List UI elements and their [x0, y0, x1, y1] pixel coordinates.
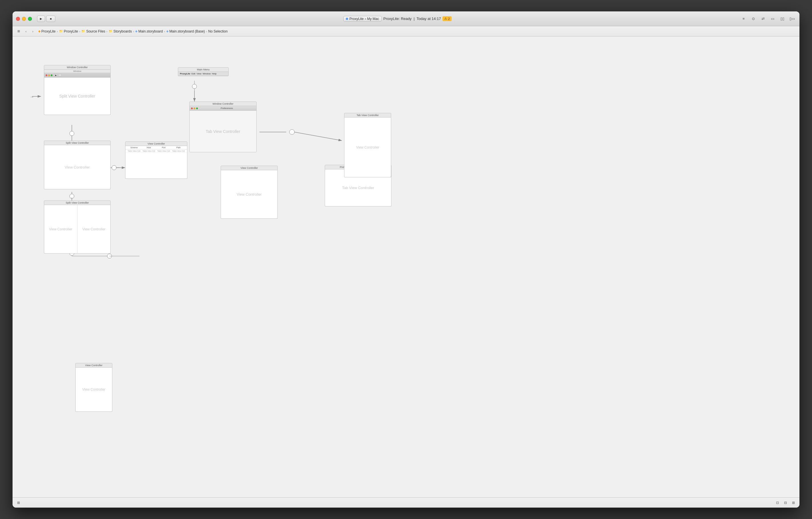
storyboard-file-icon: ◈: [135, 29, 138, 33]
back-forward-icon[interactable]: ⇄: [759, 16, 767, 22]
breadcrumb: ◆ ProxyLite › 📁 ProxyLite › 📁 Source Fil…: [38, 29, 228, 33]
no-selection-label: No Selection: [208, 29, 228, 33]
tvc-outer-label: Tab View Controller: [344, 113, 391, 117]
back-button[interactable]: ‹: [23, 28, 29, 34]
sidebar-toggle-button[interactable]: ⊞: [16, 499, 22, 506]
view-controller-bottom[interactable]: View Controller View Controller: [75, 363, 112, 412]
mm-item-help: Help: [212, 73, 216, 75]
grid-toggle-button[interactable]: ⊞: [16, 28, 22, 34]
col-path: Path: [171, 147, 186, 149]
tvc-row-1: Table View Cell Table View Cell Table Vi…: [125, 149, 187, 153]
editor-layout-icon[interactable]: ▭: [768, 16, 777, 22]
breadcrumb-base-label: Main.storyboard (Base): [169, 29, 205, 33]
list-view-icon[interactable]: ≡: [740, 16, 748, 22]
wc1-label: Window Controller: [44, 65, 111, 69]
bottom-toolbar: ⊞ ⊡ ⊟ ⊞: [12, 497, 800, 508]
mm-label: Main Menu: [178, 67, 229, 72]
main-menu[interactable]: Main Menu ProxyLite Edit View Window Hel…: [178, 67, 229, 76]
breadcrumb-bar: ⊞ ‹ › ◆ ProxyLite › 📁 ProxyLite › 📁 Sour…: [12, 26, 800, 36]
window-controller-1[interactable]: Window Controller Window ▶ Split View Co…: [44, 65, 111, 115]
pwc-tl-red: [191, 108, 193, 109]
zoom-fit-button[interactable]: ⊡: [774, 499, 781, 506]
warning-icon: ⚠: [444, 17, 447, 21]
breadcrumb-item-no-selection: No Selection: [208, 29, 228, 33]
wc1-stop-btn: [58, 74, 62, 77]
titlebar-right: ≡ ⊙ ⇄ ▭ ▯▯ ▯▭: [740, 16, 796, 22]
storyboard-canvas[interactable]: → Window Controller Window ▶ Split View …: [12, 36, 800, 497]
source-folder-icon: 📁: [81, 29, 85, 33]
mm-item-proxylite: ProxyLite: [180, 73, 190, 75]
cell-host: Table View Cell: [141, 150, 156, 152]
wc1-play-btn: ▶: [54, 74, 58, 77]
arrows-svg: [12, 36, 800, 497]
traffic-lights: [16, 17, 32, 21]
base-file-icon: ◈: [166, 29, 169, 33]
tab-view-controller[interactable]: Tab View Controller View Controller: [344, 113, 391, 177]
play-button[interactable]: ▶: [37, 16, 45, 22]
minimize-button[interactable]: [22, 17, 26, 21]
vcb-body: View Controller: [75, 368, 112, 412]
zoom-percent-button[interactable]: ⊟: [782, 499, 789, 506]
view-controller-center[interactable]: View Controller View Controller: [221, 166, 278, 219]
pwc-label: Window Controller: [189, 102, 257, 106]
breadcrumb-navigation: ‹ ›: [23, 28, 36, 34]
svg-rect-8: [112, 165, 116, 170]
fullscreen-button[interactable]: [28, 17, 32, 21]
cell-path: Table View Cell: [171, 150, 186, 152]
device-name: My Mac: [367, 17, 379, 21]
titlebar: ▶ ■ ProxyLite › My Mac ProxyLite: Ready …: [12, 11, 800, 26]
wc1-body: Split View Controller: [44, 78, 110, 115]
close-button[interactable]: [16, 17, 20, 21]
scheme-selector[interactable]: ProxyLite › My Mac: [343, 16, 381, 22]
wc1-tl-yellow: [48, 75, 50, 76]
svc2-body: View Controller View Controller: [44, 205, 111, 254]
svg-point-20: [107, 254, 112, 258]
breadcrumb-item-source[interactable]: 📁 Source Files: [81, 29, 105, 33]
status-label: ProxyLite: Ready | Today at 14:17: [383, 17, 441, 21]
pwc-body: Tab View Controller: [190, 111, 256, 152]
split-view-controller-2[interactable]: Split View Controller View Controller Vi…: [44, 200, 111, 254]
pwc-tl-yellow: [194, 108, 195, 109]
status-text: Ready: [401, 17, 412, 21]
related-files-icon[interactable]: ⊙: [749, 16, 757, 22]
svg-point-5: [69, 194, 74, 199]
svg-point-2: [69, 131, 74, 136]
breadcrumb-item-proxylite[interactable]: 📁 ProxyLite: [59, 29, 78, 33]
cell-scheme: Table View Cell: [126, 150, 141, 152]
zoom-custom-button[interactable]: ⊞: [790, 499, 796, 506]
preferences-window-controller[interactable]: Window Controller Preferences Tab View C…: [189, 102, 257, 152]
svg-line-15: [294, 132, 342, 141]
stop-button[interactable]: ■: [46, 16, 55, 22]
wc1-window-label: Window: [44, 69, 110, 73]
breadcrumb-source-label: Source Files: [86, 29, 105, 33]
chevron-icon: ›: [365, 17, 366, 21]
svc1-body: View Controller: [44, 145, 111, 189]
breadcrumb-item-storyboards[interactable]: 📁 Storyboards: [109, 29, 132, 33]
breadcrumb-item-project[interactable]: ◆ ProxyLite: [38, 29, 56, 33]
split-view-controller-1[interactable]: Split View Controller View Controller: [44, 141, 111, 189]
wc1-content-label: Split View Controller: [59, 94, 95, 98]
breadcrumb-proxylite-label: ProxyLite: [64, 29, 78, 33]
vcc-body: View Controller: [221, 170, 278, 219]
warning-badge[interactable]: ⚠ 2: [442, 16, 451, 21]
titlebar-title: ProxyLite › My Mac ProxyLite: Ready | To…: [58, 16, 737, 22]
vcc-label: View Controller: [221, 166, 278, 170]
pwc-tl-green: [196, 108, 198, 109]
assistant-icon[interactable]: ▯▭: [788, 16, 796, 22]
mm-menubar: ProxyLite Edit View Window Help: [178, 72, 228, 76]
folder-icon: 📁: [59, 29, 63, 33]
breadcrumb-item-base[interactable]: ◈ Main.storyboard (Base): [166, 29, 205, 33]
table-view-controller[interactable]: View Controller Scheme Host Port Path Ta…: [125, 141, 187, 179]
breadcrumb-item-main-storyboard[interactable]: ◈ Main.storyboard: [135, 29, 163, 33]
split-editor-icon[interactable]: ▯▯: [778, 16, 786, 22]
breadcrumb-project-label: ProxyLite: [41, 29, 56, 33]
tvc-empty-body: [125, 153, 187, 178]
forward-button[interactable]: ›: [30, 28, 36, 34]
vcb-content: View Controller: [82, 387, 105, 392]
warning-count: 2: [448, 17, 450, 21]
svc1-label: Split View Controller: [44, 141, 111, 145]
svc2-label: Split View Controller: [44, 200, 111, 205]
tvc-outer-body: View Controller: [344, 117, 391, 177]
svc2-right-vc: View Controller: [78, 205, 111, 253]
app-name: ProxyLite:: [383, 17, 401, 21]
